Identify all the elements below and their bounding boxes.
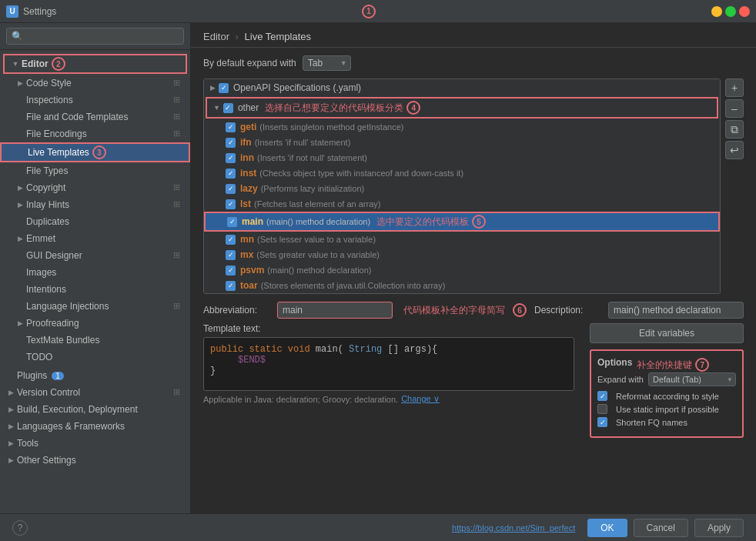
abbr-lst: lst bbox=[240, 199, 251, 209]
checkbox-shorten-fq[interactable] bbox=[597, 417, 607, 427]
sidebar-label-gui-designer: GUI Designer bbox=[26, 250, 82, 261]
sidebar-item-duplicates[interactable]: ▶ Duplicates bbox=[0, 213, 190, 230]
copy-icon-gui: ⊞ bbox=[173, 250, 184, 261]
maximize-btn[interactable]: □ bbox=[725, 6, 736, 17]
sidebar-item-copyright[interactable]: ▶ Copyright ⊞ bbox=[0, 179, 190, 196]
abbr-lazy: lazy bbox=[240, 183, 258, 194]
sidebar-item-file-code-templates[interactable]: ▶ File and Code Templates ⊞ bbox=[0, 109, 190, 125]
template-item-main[interactable]: main (main() method declaration) 选中要定义的代… bbox=[204, 212, 720, 232]
option-static-import[interactable]: Use static import if possible bbox=[597, 404, 736, 414]
description-input[interactable] bbox=[608, 302, 744, 319]
sidebar-item-tools[interactable]: ▶ Tools bbox=[0, 435, 190, 452]
copy-template-btn[interactable]: ⧉ bbox=[725, 120, 744, 139]
arrow-right-icon-tools: ▶ bbox=[6, 439, 15, 448]
annotation-5: 选中要定义的代码模板 bbox=[376, 215, 469, 229]
sidebar-item-editor[interactable]: ▼ Editor 2 bbox=[3, 54, 187, 74]
template-item-lazy[interactable]: lazy (Performs lazy initialization) bbox=[204, 181, 720, 196]
template-item-mx[interactable]: mx (Sets greater value to a variable) bbox=[204, 247, 720, 262]
checkbox-static-import[interactable] bbox=[597, 404, 607, 414]
sidebar-item-inspections[interactable]: ▶ Inspections ⊞ bbox=[0, 92, 190, 109]
add-template-btn[interactable]: + bbox=[725, 78, 744, 97]
abbreviation-label: Abbreviation: bbox=[203, 305, 273, 316]
arrow-right-icon-be: ▶ bbox=[6, 405, 15, 414]
checkbox-lst[interactable] bbox=[226, 199, 236, 209]
cancel-button[interactable]: Cancel bbox=[634, 519, 688, 537]
checkbox-mx[interactable] bbox=[226, 250, 236, 260]
apply-button[interactable]: Apply bbox=[694, 519, 744, 537]
checkbox-geti[interactable] bbox=[226, 122, 236, 132]
sidebar-item-language-injections[interactable]: ▶ Language Injections ⊞ bbox=[0, 298, 190, 315]
checkbox-ifn[interactable] bbox=[226, 138, 236, 148]
remove-template-btn[interactable]: – bbox=[725, 99, 744, 118]
help-button[interactable]: ? bbox=[12, 520, 28, 536]
templates-list[interactable]: ▶ OpenAPI Specifications (.yaml) ▼ other… bbox=[203, 78, 721, 294]
sidebar-item-todo[interactable]: ▶ TODO bbox=[0, 349, 190, 366]
template-item-lst[interactable]: lst (Fetches last element of an array) bbox=[204, 196, 720, 212]
sidebar-item-images[interactable]: ▶ Images bbox=[0, 264, 190, 281]
restore-template-btn[interactable]: ↩ bbox=[725, 141, 744, 159]
sidebar-item-file-encodings[interactable]: ▶ File Encodings ⊞ bbox=[0, 125, 190, 142]
expand-with-select[interactable]: Default (Tab) Tab Enter Space bbox=[648, 372, 736, 386]
sidebar-item-code-style[interactable]: ▶ Code Style ⊞ bbox=[0, 75, 190, 92]
sidebar-item-inlay-hints[interactable]: ▶ Inlay Hints ⊞ bbox=[0, 196, 190, 213]
expand-select-wrapper: Tab Enter Space ▼ bbox=[303, 55, 351, 71]
checkbox-mn[interactable] bbox=[226, 235, 236, 245]
checkbox-reformat[interactable] bbox=[597, 391, 607, 401]
option-reformat[interactable]: Reformat according to style bbox=[597, 391, 736, 401]
checkbox-toar[interactable] bbox=[226, 281, 236, 291]
copy-icon-li: ⊞ bbox=[173, 301, 184, 312]
change-link[interactable]: Change ∨ bbox=[401, 394, 440, 404]
checkbox-psvm[interactable] bbox=[226, 265, 236, 276]
checkbox-inn[interactable] bbox=[226, 153, 236, 163]
abbreviation-input[interactable] bbox=[277, 302, 393, 319]
template-item-inst[interactable]: inst (Checks object type with instanceof… bbox=[204, 165, 720, 181]
sidebar-item-textmate-bundles[interactable]: ▶ TextMate Bundles bbox=[0, 332, 190, 349]
desc-psvm: (main() method declaration) bbox=[267, 265, 371, 275]
sidebar-item-build-execution[interactable]: ▶ Build, Execution, Deployment bbox=[0, 401, 190, 418]
checkbox-main[interactable] bbox=[227, 217, 237, 227]
sidebar-item-other-settings[interactable]: ▶ Other Settings bbox=[0, 452, 190, 469]
edit-variables-btn[interactable]: Edit variables bbox=[590, 323, 744, 343]
minimize-btn[interactable]: – bbox=[711, 6, 722, 17]
sidebar-item-emmet[interactable]: ▶ Emmet bbox=[0, 230, 190, 247]
csdn-link[interactable]: https://blog.csdn.net/Sim_perfect bbox=[452, 523, 575, 533]
checkbox-inst[interactable] bbox=[226, 169, 236, 179]
expand-label: By default expand with bbox=[203, 58, 296, 68]
window-controls[interactable]: – □ ✕ bbox=[711, 6, 750, 17]
sidebar-label-file-types: File Types bbox=[26, 165, 68, 176]
group-openapi[interactable]: ▶ OpenAPI Specifications (.yaml) bbox=[204, 79, 720, 96]
sidebar-item-intentions[interactable]: ▶ Intentions bbox=[0, 281, 190, 298]
search-input[interactable] bbox=[6, 28, 184, 45]
sidebar: ▼ Editor 2 ▶ Code Style ⊞ ▶ Inspections … bbox=[0, 23, 191, 513]
annotation-7: 补全的快捷键 bbox=[637, 359, 692, 372]
ok-button[interactable]: OK bbox=[587, 519, 627, 537]
close-btn[interactable]: ✕ bbox=[739, 6, 750, 17]
sidebar-item-version-control[interactable]: ▶ Version Control ⊞ bbox=[0, 384, 190, 401]
template-item-toar[interactable]: toar (Stores elements of java.util.Colle… bbox=[204, 278, 720, 293]
template-item-inn[interactable]: inn (Inserts 'if not null' statement) bbox=[204, 150, 720, 165]
expand-select[interactable]: Tab Enter Space bbox=[303, 55, 351, 71]
sidebar-item-gui-designer[interactable]: ▶ GUI Designer ⊞ bbox=[0, 247, 190, 264]
sidebar-item-file-types[interactable]: ▶ File Types bbox=[0, 162, 190, 179]
copy-icon-fct: ⊞ bbox=[173, 112, 184, 122]
checkbox-lazy[interactable] bbox=[226, 184, 236, 194]
option-shorten-fq[interactable]: Shorten FQ names bbox=[597, 417, 736, 427]
sidebar-item-live-templates[interactable]: ▶ Live Templates 3 bbox=[0, 142, 190, 162]
group-other-wrapper: ▼ other 选择自己想要定义的代码模板分类 4 bbox=[206, 97, 718, 119]
sidebar-item-proofreading[interactable]: ▶ Proofreading bbox=[0, 315, 190, 332]
checkbox-openapi[interactable] bbox=[219, 83, 229, 93]
group-other[interactable]: ▼ other 选择自己想要定义的代码模板分类 4 bbox=[207, 99, 717, 117]
group-output[interactable]: ▶ output bbox=[204, 293, 720, 294]
checkbox-other[interactable] bbox=[223, 103, 233, 113]
template-item-mn[interactable]: mn (Sets lesser value to a variable) bbox=[204, 232, 720, 247]
sidebar-label-duplicates: Duplicates bbox=[26, 216, 69, 227]
template-item-geti[interactable]: geti (Inserts singleton method getInstan… bbox=[204, 119, 720, 135]
code-main-text: main( bbox=[316, 344, 343, 355]
sidebar-item-plugins[interactable]: ▶ Plugins 1 bbox=[0, 367, 190, 384]
sidebar-item-languages-frameworks[interactable]: ▶ Languages & Frameworks bbox=[0, 418, 190, 435]
template-item-ifn[interactable]: ifn (Inserts 'if null' statement) bbox=[204, 135, 720, 150]
template-item-psvm[interactable]: psvm (main() method declaration) bbox=[204, 262, 720, 278]
search-box bbox=[0, 23, 190, 50]
template-code-editor[interactable]: public static void main( String [] args)… bbox=[203, 337, 574, 391]
desc-lst: (Fetches last element of an array) bbox=[254, 199, 380, 209]
